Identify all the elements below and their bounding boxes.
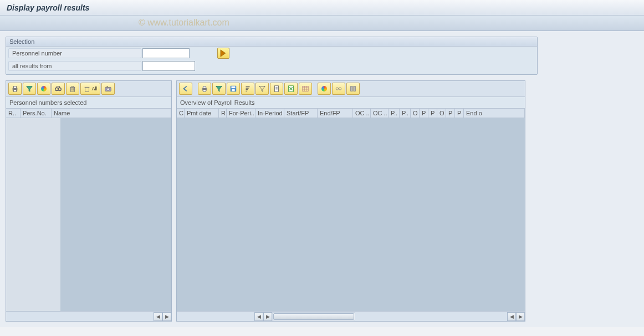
sort-desc-button[interactable] <box>255 83 269 95</box>
document-icon <box>273 85 280 93</box>
chart-button[interactable] <box>37 83 50 95</box>
camera-icon <box>104 85 112 93</box>
svg-rect-11 <box>203 86 206 89</box>
results-grid-header: C Pmt date R For-Peri.. In-Period Start/… <box>177 108 525 118</box>
svg-rect-22 <box>354 86 356 91</box>
svg-point-19 <box>336 88 338 90</box>
excel-button[interactable] <box>284 83 298 95</box>
filter-icon <box>215 85 223 93</box>
chart-button-2[interactable] <box>318 83 331 95</box>
main-panels: All Personnel numbers selected R.. Pers.… <box>6 80 638 322</box>
personnel-panel: All Personnel numbers selected R.. Pers.… <box>6 80 172 322</box>
col-pmtdate[interactable]: Pmt date <box>185 109 219 118</box>
excel-icon <box>287 85 295 93</box>
col-p3[interactable]: P <box>420 109 428 118</box>
svg-point-3 <box>55 88 58 90</box>
col-endo[interactable]: End o <box>464 109 525 118</box>
columns-button[interactable] <box>346 83 360 95</box>
scroll-left-button[interactable]: ◀ <box>154 312 162 321</box>
find-button[interactable] <box>52 83 65 95</box>
svg-rect-2 <box>13 90 16 92</box>
col-p6[interactable]: P <box>455 109 464 118</box>
personnel-grid-body <box>6 118 171 311</box>
arrow-right-icon <box>218 48 229 59</box>
trash-icon <box>69 85 76 93</box>
personnel-grid-header: R.. Pers.No. Name <box>6 108 171 118</box>
glasses-icon <box>335 85 343 93</box>
back-button[interactable] <box>179 83 192 95</box>
scroll-right-button-3[interactable]: ▶ <box>516 312 525 321</box>
col-p5[interactable]: P <box>446 109 455 118</box>
svg-rect-21 <box>351 86 353 91</box>
save-button[interactable] <box>227 83 240 95</box>
col-startfp[interactable]: Start/FP <box>284 109 318 118</box>
col-p4[interactable]: P <box>428 109 437 118</box>
results-row: all results from <box>6 60 537 72</box>
content-area: Selection Personnel number all results f… <box>0 31 644 327</box>
col-endfp[interactable]: End/FP <box>318 109 353 118</box>
scroll-right-button[interactable]: ▶ <box>162 312 171 321</box>
sort-desc-icon <box>258 85 266 93</box>
results-toolbar <box>177 81 525 97</box>
col-forperi[interactable]: For-Peri.. <box>227 109 255 118</box>
layout-button[interactable] <box>299 83 312 95</box>
search-help-button[interactable] <box>217 48 229 59</box>
personnel-input[interactable] <box>142 48 190 58</box>
filter-icon <box>25 85 33 93</box>
export-button[interactable] <box>270 83 283 95</box>
personnel-toolbar: All <box>6 81 171 97</box>
scroll-left-button-3[interactable]: ◀ <box>507 312 516 321</box>
col-persno[interactable]: Pers.No. <box>21 109 52 118</box>
col-p1[interactable]: P.. <box>389 109 400 118</box>
col-r2[interactable]: R <box>219 109 227 118</box>
svg-rect-12 <box>203 90 206 92</box>
results-scrollbar: ◀ ▶ ◀ ▶ <box>177 311 525 321</box>
chart-icon <box>41 86 47 91</box>
svg-rect-18 <box>303 86 309 91</box>
svg-rect-1 <box>13 86 16 89</box>
sort-asc-button[interactable] <box>241 83 254 95</box>
results-panel: Overview of Payroll Results C Pmt date R… <box>176 80 525 322</box>
trash-icon <box>83 85 91 93</box>
print-button-2[interactable] <box>198 83 211 95</box>
col-name[interactable]: Name <box>52 109 171 118</box>
svg-point-8 <box>107 88 109 90</box>
svg-rect-16 <box>275 86 279 92</box>
page-title: Display payroll results <box>7 3 89 12</box>
col-o2[interactable]: O <box>437 109 446 118</box>
back-arrow-icon <box>182 85 190 93</box>
delete-button[interactable] <box>66 83 79 95</box>
svg-rect-14 <box>232 86 236 89</box>
results-grid-body <box>177 118 525 311</box>
scroll-thumb[interactable] <box>273 313 354 320</box>
col-oc2[interactable]: OC .. <box>371 109 389 118</box>
print-icon <box>11 85 19 93</box>
delete-all-button[interactable]: All <box>80 83 100 95</box>
personnel-scrollbar: ◀ ▶ <box>6 311 171 321</box>
filter-button[interactable] <box>23 83 36 95</box>
chart-icon <box>321 86 327 91</box>
svg-point-4 <box>58 88 61 90</box>
personnel-row: Personnel number <box>6 47 537 60</box>
refresh-button[interactable] <box>101 83 115 95</box>
filter-button-2[interactable] <box>212 83 226 95</box>
print-button[interactable] <box>8 83 22 95</box>
col-o1[interactable]: O <box>411 109 420 118</box>
col-p2[interactable]: P.. <box>400 109 411 118</box>
results-subtitle: Overview of Payroll Results <box>177 97 525 108</box>
scroll-left-button-2[interactable]: ◀ <box>254 312 263 321</box>
col-inperiod[interactable]: In-Period <box>255 109 284 118</box>
grid-icon <box>301 85 309 93</box>
col-r[interactable]: R.. <box>6 109 21 118</box>
col-oc1[interactable]: OC .. <box>353 109 371 118</box>
app-toolbar <box>0 16 644 31</box>
scroll-track[interactable] <box>272 312 355 321</box>
print-icon <box>201 85 208 93</box>
col-c[interactable]: C <box>177 109 185 118</box>
columns-icon <box>349 85 357 93</box>
personnel-subtitle: Personnel numbers selected <box>6 97 171 108</box>
results-input[interactable] <box>142 61 195 71</box>
delete-all-label: All <box>91 86 97 91</box>
glasses-button[interactable] <box>332 83 345 95</box>
scroll-right-button-2[interactable]: ▶ <box>263 312 272 321</box>
